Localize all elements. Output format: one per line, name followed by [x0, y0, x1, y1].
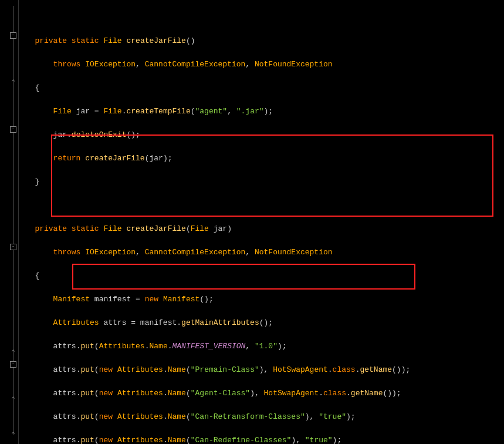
- variable: jar: [76, 107, 90, 116]
- method-call: getName: [351, 389, 383, 398]
- variable: attrs: [53, 365, 76, 374]
- type: Attributes: [117, 389, 163, 398]
- keyword: private: [35, 36, 67, 45]
- code-area[interactable]: private static File createJarFile() thro…: [19, 0, 410, 444]
- variable: manifest: [140, 318, 177, 327]
- method-call: createJarFile: [85, 154, 144, 163]
- type: Name: [168, 412, 186, 421]
- type: Name: [168, 436, 186, 444]
- variable: attrs: [53, 436, 76, 444]
- type: Manifest: [53, 295, 90, 304]
- method-name: createJarFile: [126, 224, 185, 233]
- method-call: getName: [360, 365, 392, 374]
- fold-marker[interactable]: -: [10, 32, 16, 39]
- keyword: class: [323, 389, 346, 398]
- type: Manifest: [163, 295, 199, 304]
- type: Attributes: [117, 365, 163, 374]
- keyword: new: [145, 295, 158, 304]
- code-editor: - ⌃ - - ⌃ - ⌃ ⌃ private static File crea…: [0, 0, 504, 444]
- type: Name: [149, 342, 167, 351]
- method-call: getMainAttributes: [181, 318, 259, 327]
- method-call: createTempFile: [126, 107, 190, 116]
- fold-marker[interactable]: -: [10, 361, 16, 368]
- method-call: deleteOnExit: [72, 130, 127, 139]
- type: IOException: [85, 60, 136, 69]
- string-literal: "Can-Redefine-Classes": [191, 436, 292, 444]
- keyword: new: [99, 436, 113, 444]
- keyword: new: [99, 389, 113, 398]
- type: Attributes: [117, 436, 163, 444]
- type: HotSwapAgent: [273, 365, 328, 374]
- type: File: [103, 224, 121, 233]
- keyword: new: [99, 412, 113, 421]
- method-call: put: [80, 412, 94, 421]
- method-name: createJarFile: [126, 36, 185, 45]
- fold-close-icon: ⌃: [10, 79, 16, 86]
- type: Attributes: [99, 342, 145, 351]
- method-call: put: [80, 342, 94, 351]
- fold-close-icon: ⌃: [10, 349, 16, 356]
- type: Attributes: [53, 318, 99, 327]
- method-call: put: [80, 436, 94, 444]
- param: jar: [214, 224, 227, 233]
- string-literal: "Premain-Class": [191, 365, 259, 374]
- type: File: [53, 107, 72, 116]
- keyword: private: [35, 224, 67, 233]
- string-literal: "true": [319, 412, 346, 421]
- keyword: throws: [53, 248, 81, 257]
- variable: jar: [149, 154, 163, 163]
- string-literal: "1.0": [255, 342, 278, 351]
- type: IOException: [85, 248, 136, 257]
- string-literal: ".jar": [236, 107, 264, 116]
- type: File: [191, 224, 209, 233]
- keyword: static: [72, 224, 99, 233]
- type: File: [103, 107, 121, 116]
- variable: attrs: [53, 342, 76, 351]
- keyword: return: [53, 154, 81, 163]
- editor-gutter: - ⌃ - - ⌃ - ⌃ ⌃: [0, 0, 19, 444]
- variable: manifest: [94, 295, 131, 304]
- string-literal: "Agent-Class": [191, 389, 250, 398]
- constant: MANIFEST_VERSION: [172, 342, 246, 351]
- variable: attrs: [53, 389, 76, 398]
- fold-close-icon: ⌃: [10, 396, 16, 403]
- type: Name: [168, 365, 186, 374]
- variable: jar: [53, 130, 67, 139]
- fold-close-icon: ⌃: [10, 432, 16, 438]
- fold-marker[interactable]: -: [10, 126, 16, 133]
- method-call: put: [80, 389, 94, 398]
- variable: attrs: [53, 412, 76, 421]
- type: Attributes: [117, 412, 163, 421]
- keyword: throws: [53, 60, 81, 69]
- variable: attrs: [103, 318, 126, 327]
- string-literal: "Can-Retransform-Classes": [191, 412, 305, 421]
- keyword: class: [333, 365, 356, 374]
- type: HotSwapAgent: [264, 389, 319, 398]
- string-literal: "true": [305, 436, 333, 444]
- method-call: put: [80, 365, 94, 374]
- fold-marker[interactable]: -: [10, 244, 16, 250]
- type: CannotCompileException: [145, 248, 246, 257]
- keyword: new: [99, 365, 113, 374]
- keyword: static: [72, 36, 99, 45]
- type: NotFoundException: [255, 248, 333, 257]
- string-literal: "agent": [195, 107, 228, 116]
- type: CannotCompileException: [145, 60, 246, 69]
- type: File: [103, 36, 121, 45]
- type: Name: [168, 389, 186, 398]
- type: NotFoundException: [255, 60, 333, 69]
